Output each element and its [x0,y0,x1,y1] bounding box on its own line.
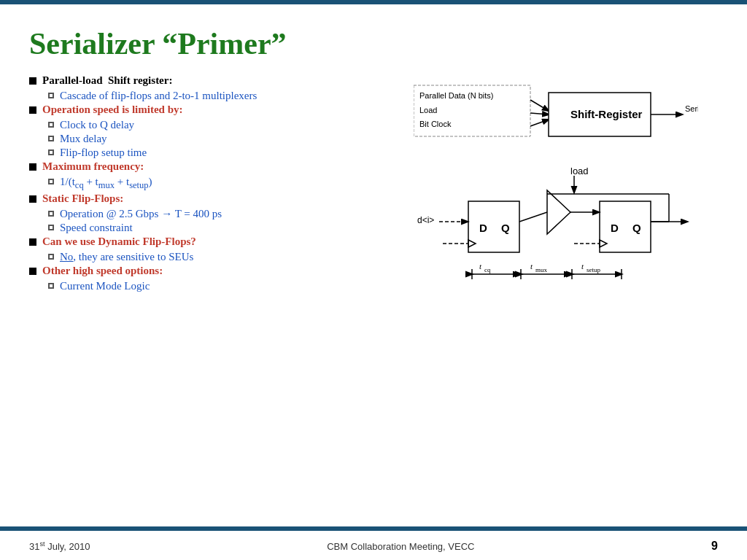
slide-content: Serializer “Primer” Parallel-load Shift … [0,4,747,310]
bullet-5-text: Can we use Dynamic Flip-Flops? [42,236,196,248]
left-content: Parallel-load Shift register: Cascade of… [29,74,387,294]
svg-text:Shift-Register: Shift-Register [570,108,643,120]
svg-rect-13 [468,201,519,252]
svg-text:Bit Clock: Bit Clock [419,120,452,128]
svg-text:Parallel Data (N bits): Parallel Data (N bits) [419,91,493,100]
border-bottom [0,526,747,531]
sub-item-2-2: Mux delay [48,133,387,145]
sub-bullet-3-1 [48,179,54,184]
sub-item-2-3: Flip-flop setup time [48,147,387,159]
svg-text:d<i>: d<i> [417,215,434,225]
right-content: Parallel Data (N bits) Load Bit Clock Sh… [394,74,718,310]
sub-item-2-1: Clock to Q delay [48,119,387,131]
svg-rect-18 [600,201,651,252]
flipflop-circuit-diagram: load d<i> D Q D Q [414,161,698,307]
no-underline: No [60,251,73,262]
sub-bullet-4-1 [48,211,54,217]
shift-register-diagram: Parallel Data (N bits) Load Bit Clock Sh… [414,78,698,151]
bullet-6-text: Other high speed options: [42,265,163,277]
sub-text-6-1: Current Mode Logic [60,280,150,292]
sub-item-4-2: Speed constraint [48,222,387,234]
svg-line-23 [519,212,547,222]
sub-text-3-1: 1/(tcq + tmux + tsetup) [60,176,152,191]
bullet-square-6 [29,268,36,275]
svg-text:Q: Q [501,222,510,234]
sub-text-2-1: Clock to Q delay [60,119,134,131]
footer-date: 31st July, 2010 [29,540,90,552]
sub-text-1-1: Cascade of flip-flops and 2-to-1 multipl… [60,90,257,102]
svg-text:D: D [479,222,487,234]
sub-item-5-1: No, they are sensitive to SEUs [48,251,387,263]
sub-item-6-1: Current Mode Logic [48,280,387,292]
bullet-1: Parallel-load Shift register: [29,74,387,87]
top-diagram: Parallel Data (N bits) Load Bit Clock Sh… [414,78,698,154]
bottom-diagram: load d<i> D Q D Q [414,161,698,310]
svg-text:D: D [611,222,619,234]
footer: 31st July, 2010 CBM Collaboration Meetin… [0,540,747,553]
bullet-5: Can we use Dynamic Flip-Flops? [29,236,387,248]
svg-text:Q: Q [632,222,641,234]
sub-list-6: Current Mode Logic [48,280,387,292]
bullet-2: Operation speed is limited by: [29,104,387,116]
sub-bullet-4-2 [48,225,54,230]
svg-line-6 [530,120,549,126]
svg-text:Serial Data: Serial Data [685,104,698,113]
sub-text-4-1: Operation @ 2.5 Gbps → T = 400 ps [60,208,222,220]
bullet-1-text: Parallel-load Shift register: [42,74,172,87]
bullet-4: Static Flip-Flops: [29,192,387,205]
svg-marker-17 [547,190,570,234]
main-area: Parallel-load Shift register: Cascade of… [29,74,718,310]
sub-item-1-1: Cascade of flip-flops and 2-to-1 multipl… [48,90,387,102]
sub-bullet-2-3 [48,149,54,155]
svg-text:cq: cq [484,266,491,273]
slide: Serializer “Primer” Parallel-load Shift … [0,0,747,560]
sub-list-1: Cascade of flip-flops and 2-to-1 multipl… [48,90,387,102]
bullet-3: Maximum frequency: [29,160,387,173]
sub-bullet-1-1 [48,93,54,98]
bullet-square-5 [29,238,36,246]
footer-page: 9 [711,540,718,553]
bullet-square-1 [29,77,36,85]
svg-text:t: t [530,262,533,271]
sub-bullet-2-2 [48,136,54,141]
sub-item-4-1: Operation @ 2.5 Gbps → T = 400 ps [48,208,387,220]
svg-text:setup: setup [587,266,600,273]
sub-list-2: Clock to Q delay Mux delay Flip-flop set… [48,119,387,159]
sub-text-2-2: Mux delay [60,133,107,145]
svg-text:load: load [570,166,589,176]
bullet-4-text: Static Flip-Flops: [42,192,123,205]
sub-item-3-1: 1/(tcq + tmux + tsetup) [48,176,387,191]
svg-text:t: t [581,262,584,271]
bullet-6: Other high speed options: [29,265,387,277]
svg-text:mux: mux [535,266,548,273]
svg-line-5 [530,113,549,114]
svg-line-4 [530,100,549,111]
bullet-2-text: Operation speed is limited by: [42,104,183,116]
sub-text-5-1: No, they are sensitive to SEUs [60,251,193,263]
sub-list-5: No, they are sensitive to SEUs [48,251,387,263]
svg-text:Load: Load [419,106,437,114]
footer-conference: CBM Collaboration Meeting, VECC [327,541,474,552]
slide-title: Serializer “Primer” [29,19,718,61]
sub-text-2-3: Flip-flop setup time [60,147,147,159]
bullet-3-text: Maximum frequency: [42,160,144,173]
sub-bullet-6-1 [48,283,54,289]
sub-bullet-2-1 [48,122,54,128]
svg-text:t: t [479,262,482,271]
bullet-square-4 [29,195,36,203]
bullet-square-2 [29,106,36,114]
sub-list-4: Operation @ 2.5 Gbps → T = 400 ps Speed … [48,208,387,234]
sub-bullet-5-1 [48,254,54,260]
sub-text-4-2: Speed constraint [60,222,133,234]
sub-list-3: 1/(tcq + tmux + tsetup) [48,176,387,191]
bullet-square-3 [29,163,36,171]
